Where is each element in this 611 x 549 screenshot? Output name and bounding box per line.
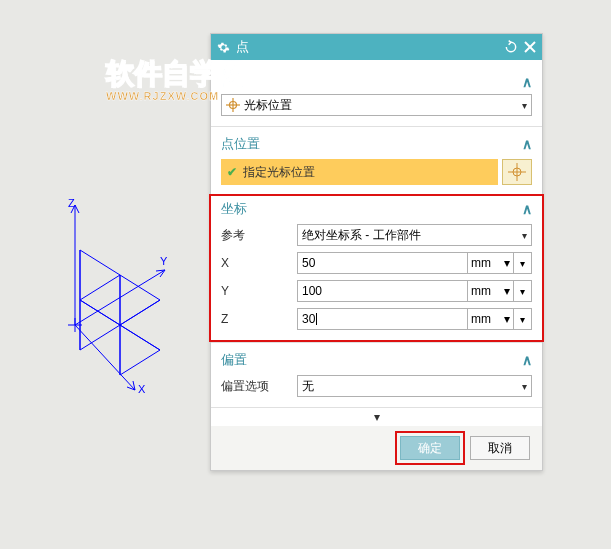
- dialog-title: 点: [236, 38, 498, 56]
- y-extra-dropdown[interactable]: ▾: [514, 280, 532, 302]
- point-type-value: 光标位置: [244, 97, 292, 114]
- reference-dropdown[interactable]: 绝对坐标系 - 工作部件 ▾: [297, 224, 532, 246]
- offset-heading: 偏置: [221, 351, 247, 369]
- svg-marker-11: [120, 325, 160, 375]
- chevron-down-icon: ▾: [522, 230, 527, 241]
- section-point-location: 点位置 ∧ ✔ 指定光标位置: [211, 127, 542, 196]
- y-label: Y: [221, 284, 291, 298]
- titlebar: 点: [211, 34, 542, 60]
- chevron-up-icon[interactable]: ∧: [522, 74, 532, 90]
- cancel-button[interactable]: 取消: [470, 436, 530, 460]
- svg-text:Z: Z: [68, 197, 75, 209]
- svg-text:Y: Y: [160, 255, 168, 267]
- z-extra-dropdown[interactable]: ▾: [514, 308, 532, 330]
- chevron-up-icon: ∧: [522, 201, 532, 217]
- cursor-point-icon: [226, 98, 240, 112]
- reference-value: 绝对坐标系 - 工作部件: [302, 227, 421, 244]
- chevron-up-icon: ∧: [522, 136, 532, 152]
- x-input[interactable]: 50: [297, 252, 468, 274]
- offset-option-value: 无: [302, 378, 314, 395]
- chevron-down-icon: ▾: [522, 381, 527, 392]
- section-offset: 偏置 ∧ 偏置选项 无 ▾: [211, 343, 542, 407]
- z-input[interactable]: 30: [297, 308, 468, 330]
- svg-marker-10: [120, 275, 160, 325]
- svg-line-16: [120, 325, 160, 350]
- offset-option-dropdown[interactable]: 无 ▾: [297, 375, 532, 397]
- coordinate-axis-sketch: Z Y X: [40, 195, 210, 395]
- text-caret: [316, 313, 317, 325]
- crosshair-icon: [508, 163, 526, 181]
- close-icon[interactable]: [524, 41, 536, 53]
- chevron-down-icon: ▾: [522, 100, 527, 111]
- y-input[interactable]: 100: [297, 280, 468, 302]
- z-unit-dropdown[interactable]: mm▾: [468, 308, 514, 330]
- check-icon: ✔: [227, 165, 237, 179]
- collapse-toggle[interactable]: ▾: [211, 407, 542, 426]
- watermark-url: WWW.RJZXW.COM: [106, 90, 219, 102]
- reference-label: 参考: [221, 227, 291, 244]
- svg-line-2: [75, 270, 165, 325]
- specify-cursor-position[interactable]: ✔ 指定光标位置: [221, 159, 498, 185]
- svg-marker-9: [80, 300, 120, 350]
- svg-marker-8: [80, 250, 120, 300]
- svg-text:X: X: [138, 383, 146, 395]
- coordinates-header[interactable]: 坐标 ∧: [221, 198, 532, 224]
- chevron-up-icon: ∧: [522, 352, 532, 368]
- svg-line-14: [80, 300, 120, 325]
- offset-option-label: 偏置选项: [221, 378, 291, 395]
- highlight-box-coordinates: 坐标 ∧ 参考 绝对坐标系 - 工作部件 ▾ X 50 mm▾ ▾ Y: [209, 194, 544, 342]
- cursor-position-button[interactable]: [502, 159, 532, 185]
- specify-cursor-label: 指定光标位置: [243, 164, 315, 181]
- button-row: 确定 取消: [211, 426, 542, 470]
- x-label: X: [221, 256, 291, 270]
- section-type: ∧ 光标位置 ▾: [211, 60, 542, 127]
- chevron-down-icon: ▾: [374, 410, 380, 424]
- offset-header[interactable]: 偏置 ∧: [221, 349, 532, 375]
- gear-icon[interactable]: [217, 41, 230, 54]
- x-unit-dropdown[interactable]: mm▾: [468, 252, 514, 274]
- svg-line-15: [120, 300, 160, 325]
- svg-line-4: [75, 325, 135, 390]
- highlight-box-ok: 确定: [395, 431, 465, 465]
- section-coordinates: 坐标 ∧ 参考 绝对坐标系 - 工作部件 ▾ X 50 mm▾ ▾ Y: [211, 194, 542, 343]
- reset-icon[interactable]: [504, 40, 518, 54]
- x-extra-dropdown[interactable]: ▾: [514, 252, 532, 274]
- z-label: Z: [221, 312, 291, 326]
- y-unit-dropdown[interactable]: mm▾: [468, 280, 514, 302]
- point-dialog: 点 ∧ 光标位置 ▾ 点位置 ∧: [210, 33, 543, 471]
- point-location-header[interactable]: 点位置 ∧: [221, 133, 532, 159]
- coordinates-heading: 坐标: [221, 200, 247, 218]
- point-type-dropdown[interactable]: 光标位置 ▾: [221, 94, 532, 116]
- point-location-heading: 点位置: [221, 135, 260, 153]
- ok-button[interactable]: 确定: [400, 436, 460, 460]
